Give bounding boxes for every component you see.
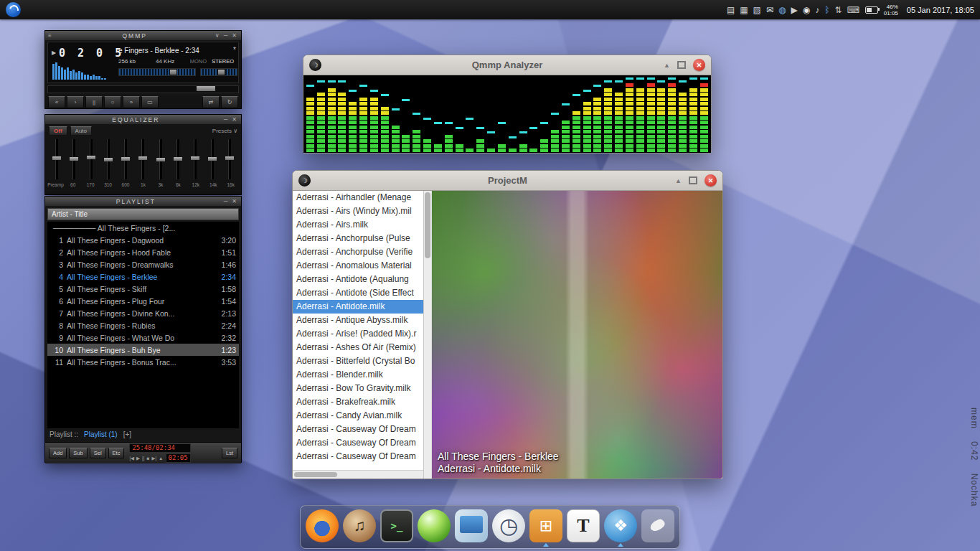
- projectm-visualization[interactable]: All These Fingers - Berklee Aderrasi - A…: [432, 191, 722, 479]
- eq-presets-button[interactable]: Presets ∨: [212, 128, 237, 134]
- eq-slider[interactable]: [156, 139, 166, 179]
- equalizer-minimize-button[interactable]: ─: [224, 117, 230, 123]
- eq-slider[interactable]: [52, 139, 62, 179]
- balance-slider[interactable]: [200, 68, 237, 76]
- battery-status[interactable]: 46% 01:05: [884, 4, 898, 17]
- playlist-item[interactable]: 8All These Fingers - Rubies2:24: [47, 319, 239, 331]
- shuffle-button[interactable]: ⇄: [202, 96, 220, 108]
- playlist-column-header[interactable]: Artist - Title: [47, 208, 239, 220]
- playlist-item[interactable]: 1All These Fingers - Dagwood3:20: [47, 234, 239, 246]
- preset-item[interactable]: Aderrasi - Bitterfeld (Crystal Bo: [293, 354, 423, 368]
- vscroll-thumb[interactable]: [425, 192, 430, 258]
- playlist-item[interactable]: 11All These Fingers - Bonus Trac...3:53: [47, 356, 239, 368]
- previous-button[interactable]: «: [48, 96, 65, 108]
- eq-handle[interactable]: [174, 157, 182, 161]
- playlist-item[interactable]: 2All These Fingers - Hood Fable1:51: [47, 246, 239, 258]
- software-center-icon[interactable]: ⊞: [529, 509, 562, 542]
- printer-icon[interactable]: ▦: [740, 6, 748, 14]
- playlist-item[interactable]: 9All These Fingers - What We Do2:32: [47, 331, 239, 344]
- bluetooth-icon[interactable]: ᛒ: [824, 6, 829, 14]
- playlist-group-row[interactable]: ──────── All These Fingers - [2...: [47, 222, 239, 234]
- mini-transport-button[interactable]: ■: [146, 456, 149, 461]
- playlist-close-button[interactable]: ✕: [232, 199, 238, 204]
- volume-icon[interactable]: ♪: [815, 6, 819, 14]
- track-title-display[interactable]: e Fingers - Berklee - 2:34: [118, 47, 228, 55]
- preset-item[interactable]: Aderrasi - Causeway Of Dream: [293, 436, 423, 450]
- preset-item[interactable]: Aderrasi - Airs (Windy Mix).mil: [293, 204, 423, 218]
- seek-bar[interactable]: [47, 85, 239, 93]
- preset-item[interactable]: Aderrasi - Airs.milk: [293, 218, 423, 232]
- terminal-icon[interactable]: >_: [380, 509, 413, 542]
- qmmp-dock-icon[interactable]: [641, 509, 674, 542]
- projectm-maximize-button[interactable]: [689, 176, 697, 184]
- qmmp-minimize-button[interactable]: ─: [224, 33, 230, 39]
- analyzer-close-button[interactable]: ✕: [693, 59, 705, 71]
- eq-handle[interactable]: [52, 156, 61, 160]
- eq-handle[interactable]: [121, 157, 130, 161]
- playlist-tab[interactable]: Playlist (1): [84, 430, 118, 438]
- vertical-scrollbar[interactable]: [424, 191, 432, 479]
- analyzer-maximize-button[interactable]: [677, 61, 686, 69]
- add-button[interactable]: Add: [49, 448, 67, 458]
- preset-item[interactable]: Aderrasi - Ashes Of Air (Remix): [293, 341, 423, 354]
- green-orb-icon[interactable]: [418, 509, 451, 542]
- projectm-close-button[interactable]: ✕: [705, 174, 717, 187]
- eq-slider[interactable]: [173, 139, 183, 179]
- horizontal-scrollbar[interactable]: [293, 470, 423, 479]
- eq-slider[interactable]: [86, 139, 96, 179]
- panel-clock[interactable]: 05 Jan 2017, 18:05: [907, 6, 974, 14]
- next-button[interactable]: »: [123, 96, 140, 108]
- keyboard-icon[interactable]: ⌨: [847, 6, 859, 14]
- preset-item[interactable]: Aderrasi - Anomalous Material: [293, 259, 423, 273]
- eq-off-button[interactable]: Off: [49, 126, 67, 136]
- preset-item[interactable]: Aderrasi - Antidote (Side Effect: [293, 286, 423, 300]
- clock-icon[interactable]: ◷: [492, 509, 525, 542]
- display-settings-icon[interactable]: [455, 509, 488, 542]
- time-display[interactable]: 0 2 0 5: [59, 47, 124, 60]
- qmmp-close-button[interactable]: ✕: [232, 33, 238, 39]
- play-button[interactable]: ›: [67, 96, 84, 108]
- eq-slider[interactable]: [138, 139, 148, 179]
- qmmp-tray-icon[interactable]: ◉: [803, 6, 810, 14]
- pause-button[interactable]: ||: [85, 96, 103, 108]
- preset-item[interactable]: Aderrasi - Blender.milk: [293, 368, 423, 382]
- eq-slider[interactable]: [69, 139, 79, 179]
- sel-button[interactable]: Sel: [90, 448, 106, 458]
- preset-item[interactable]: Aderrasi - Antidote.milk: [293, 300, 423, 314]
- eq-handle[interactable]: [191, 156, 199, 160]
- playlist-item[interactable]: 5All These Fingers - Skiff1:58: [47, 283, 239, 295]
- hscroll-thumb[interactable]: [294, 472, 337, 477]
- balance-handle[interactable]: [217, 69, 225, 75]
- preset-item[interactable]: Aderrasi - Arise! (Padded Mix).r: [293, 327, 423, 341]
- open-file-button[interactable]: ▭: [141, 96, 159, 108]
- eq-handle[interactable]: [156, 158, 165, 161]
- mini-transport-button[interactable]: ▶|: [151, 456, 156, 461]
- mini-transport-button[interactable]: ▶: [136, 456, 140, 461]
- sub-button[interactable]: Sub: [69, 448, 87, 458]
- eq-handle[interactable]: [138, 156, 147, 160]
- playlist-item[interactable]: 4All These Fingers - Berklee2:34: [47, 270, 239, 283]
- seek-handle[interactable]: [197, 86, 215, 91]
- mini-transport-button[interactable]: |◀: [129, 456, 134, 461]
- analyzer-rollup-button[interactable]: ▲: [664, 62, 670, 69]
- eq-handle[interactable]: [87, 156, 95, 159]
- preset-item[interactable]: Aderrasi - Causeway Of Dream: [293, 450, 423, 463]
- playlist-titlebar[interactable]: PLAYLIST ─ ✕: [45, 197, 241, 206]
- eq-slider[interactable]: [207, 139, 217, 179]
- playlist-item[interactable]: 10All These Fingers - Buh Bye1:23: [47, 344, 239, 356]
- analyzer-titlebar[interactable]: ☽ Qmmp Analyzer ▲ ✕: [303, 55, 711, 75]
- eq-slider[interactable]: [225, 139, 235, 179]
- mail-icon[interactable]: ✉: [766, 6, 773, 14]
- eq-slider[interactable]: [121, 139, 131, 179]
- blue-app-icon[interactable]: ❖: [604, 509, 637, 542]
- projectm-titlebar[interactable]: ☽ ProjectM ▲ ✕: [293, 171, 722, 191]
- firefox-icon[interactable]: [306, 509, 339, 542]
- network-icon[interactable]: ⇅: [834, 6, 842, 14]
- eq-auto-button[interactable]: Auto: [70, 126, 92, 136]
- eq-handle[interactable]: [104, 158, 113, 161]
- qmmp-menu-icon[interactable]: ≡: [48, 32, 53, 39]
- audio-player-icon[interactable]: ♫: [343, 509, 376, 542]
- eq-slider[interactable]: [103, 139, 113, 179]
- equalizer-close-button[interactable]: ✕: [232, 117, 238, 123]
- preset-item[interactable]: Aderrasi - Anchorpulse (Verifie: [293, 245, 423, 259]
